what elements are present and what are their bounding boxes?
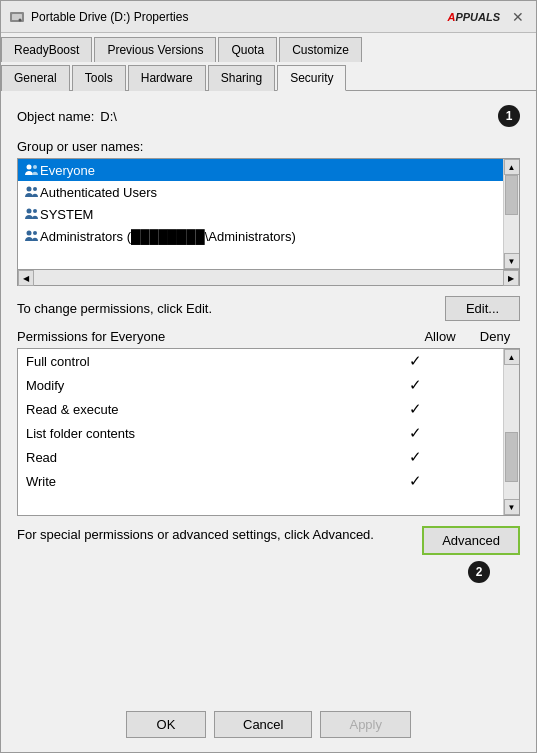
tabs-row2: General Tools Hardware Sharing Security: [1, 61, 536, 91]
svg-point-9: [27, 231, 32, 236]
ok-button[interactable]: OK: [126, 711, 206, 738]
tab-security[interactable]: Security: [277, 65, 346, 91]
svg-point-5: [27, 187, 32, 192]
perm-allow-full-control: ✓: [385, 352, 445, 370]
main-content: Object name: D:\ 1 Group or user names: …: [1, 91, 536, 701]
permissions-title: Permissions for Everyone: [17, 329, 410, 344]
titlebar: Portable Drive (D:) Properties APPUALS ✕: [1, 1, 536, 33]
perm-name-modify: Modify: [26, 378, 385, 393]
svg-point-8: [33, 209, 37, 213]
perm-allow-write: ✓: [385, 472, 445, 490]
perm-name-full-control: Full control: [26, 354, 385, 369]
perm-name-read-execute: Read & execute: [26, 402, 385, 417]
drive-icon: [9, 9, 25, 25]
allow-column-header: Allow: [410, 329, 470, 344]
scroll-thumb[interactable]: [505, 175, 518, 215]
user-group-icon: [24, 162, 40, 178]
tab-previous-versions[interactable]: Previous Versions: [94, 37, 216, 62]
perm-scroll-track: [504, 365, 519, 499]
permissions-list: Full control ✓ Modify ✓ Read & execute ✓…: [18, 349, 503, 515]
user-name-authenticated: Authenticated Users: [40, 185, 157, 200]
svg-point-4: [33, 165, 37, 169]
advanced-section: For special permissions or advanced sett…: [17, 526, 520, 555]
perm-read-execute: Read & execute ✓: [18, 397, 503, 421]
user-group-icon-4: [24, 228, 40, 244]
user-item-authenticated[interactable]: Authenticated Users: [18, 181, 503, 203]
deny-column-header: Deny: [470, 329, 520, 344]
user-item-system[interactable]: SYSTEM: [18, 203, 503, 225]
permissions-list-container: Full control ✓ Modify ✓ Read & execute ✓…: [17, 348, 520, 516]
tabs-row1: ReadyBoost Previous Versions Quota Custo…: [1, 33, 536, 61]
perm-write: Write ✓: [18, 469, 503, 493]
step-badge-1: 1: [498, 105, 520, 127]
advanced-button[interactable]: Advanced: [422, 526, 520, 555]
perm-allow-read: ✓: [385, 448, 445, 466]
user-list-scrollbar[interactable]: ▲ ▼: [503, 159, 519, 269]
scroll-up-btn[interactable]: ▲: [504, 159, 520, 175]
user-item-everyone[interactable]: Everyone: [18, 159, 503, 181]
step-badge-2: 2: [468, 561, 490, 583]
perm-allow-modify: ✓: [385, 376, 445, 394]
permissions-scrollbar[interactable]: ▲ ▼: [503, 349, 519, 515]
scroll-right-btn[interactable]: ▶: [503, 270, 519, 286]
perm-name-write: Write: [26, 474, 385, 489]
apply-button[interactable]: Apply: [320, 711, 411, 738]
perm-scroll-down-btn[interactable]: ▼: [504, 499, 520, 515]
perm-read: Read ✓: [18, 445, 503, 469]
perm-allow-list-folder: ✓: [385, 424, 445, 442]
tab-general[interactable]: General: [1, 65, 70, 91]
bottom-buttons: OK Cancel Apply: [1, 701, 536, 752]
user-group-icon-2: [24, 184, 40, 200]
user-list-h-scrollbar[interactable]: ◀ ▶: [17, 270, 520, 286]
tab-sharing[interactable]: Sharing: [208, 65, 275, 91]
permissions-header: Permissions for Everyone Allow Deny: [17, 329, 520, 344]
user-name-administrators: Administrators (████████\Administrators): [40, 229, 296, 244]
edit-row: To change permissions, click Edit. Edit.…: [17, 296, 520, 321]
badge2-row: 2: [17, 561, 490, 583]
perm-modify: Modify ✓: [18, 373, 503, 397]
svg-point-2: [19, 18, 22, 21]
user-list-container: Everyone Authenticated Users: [17, 158, 520, 270]
tab-quota[interactable]: Quota: [218, 37, 277, 62]
perm-list-folder: List folder contents ✓: [18, 421, 503, 445]
tab-hardware[interactable]: Hardware: [128, 65, 206, 91]
cancel-button[interactable]: Cancel: [214, 711, 312, 738]
svg-point-10: [33, 231, 37, 235]
perm-scroll-thumb[interactable]: [505, 432, 518, 482]
h-scroll-track: [34, 270, 503, 285]
object-name-value: D:\: [100, 109, 117, 124]
close-button[interactable]: ✕: [508, 7, 528, 27]
user-group-icon-3: [24, 206, 40, 222]
perm-allow-read-execute: ✓: [385, 400, 445, 418]
svg-point-7: [27, 209, 32, 214]
scroll-down-btn[interactable]: ▼: [504, 253, 520, 269]
window-title: Portable Drive (D:) Properties: [31, 10, 447, 24]
tab-readyboost[interactable]: ReadyBoost: [1, 37, 92, 62]
svg-point-3: [27, 165, 32, 170]
perm-name-read: Read: [26, 450, 385, 465]
tab-customize[interactable]: Customize: [279, 37, 362, 62]
edit-text: To change permissions, click Edit.: [17, 301, 212, 316]
scroll-track: [504, 175, 519, 253]
user-item-administrators[interactable]: Administrators (████████\Administrators): [18, 225, 503, 247]
user-list: Everyone Authenticated Users: [18, 159, 503, 269]
appuals-logo: APPUALS: [447, 11, 500, 23]
object-name-label: Object name:: [17, 109, 94, 124]
edit-button[interactable]: Edit...: [445, 296, 520, 321]
group-label: Group or user names:: [17, 139, 520, 154]
tab-tools[interactable]: Tools: [72, 65, 126, 91]
user-name-everyone: Everyone: [40, 163, 95, 178]
perm-full-control: Full control ✓: [18, 349, 503, 373]
perm-name-list-folder: List folder contents: [26, 426, 385, 441]
svg-point-6: [33, 187, 37, 191]
perm-scroll-up-btn[interactable]: ▲: [504, 349, 520, 365]
user-name-system: SYSTEM: [40, 207, 93, 222]
advanced-text: For special permissions or advanced sett…: [17, 526, 410, 544]
properties-window: Portable Drive (D:) Properties APPUALS ✕…: [0, 0, 537, 753]
scroll-left-btn[interactable]: ◀: [18, 270, 34, 286]
